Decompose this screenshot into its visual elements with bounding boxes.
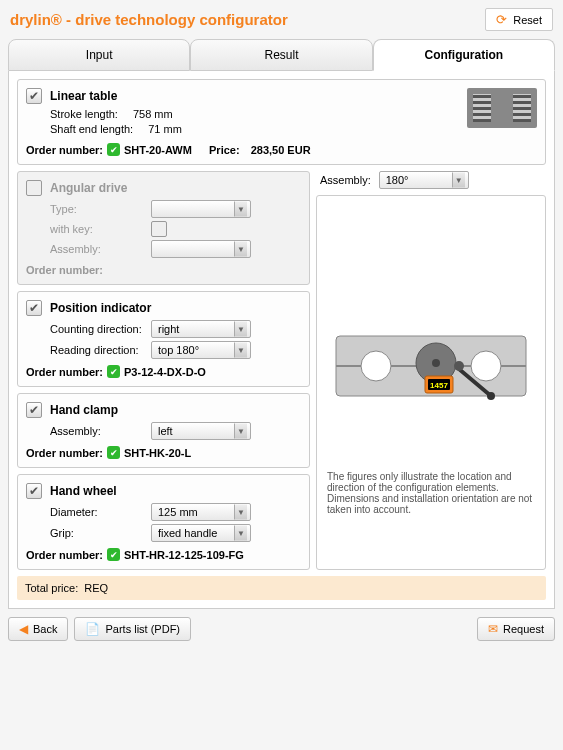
checkbox-position-indicator[interactable] [26,300,42,316]
total-label: Total price: [25,582,78,594]
type-label: Type: [50,203,145,215]
total-value: REQ [84,582,108,594]
shaft-value: 71 mm [148,123,182,135]
panel-angular-drive: Angular drive Type: with key: Assembly: … [17,171,310,285]
pdf-icon: 📄 [85,622,100,636]
select-diameter[interactable]: 125 mm [151,503,251,521]
parts-list-button[interactable]: 📄Parts list (PDF) [74,617,191,641]
select-angular-type[interactable] [151,200,251,218]
withkey-label: with key: [50,223,145,235]
panel-title: Angular drive [50,181,127,195]
page-title: drylin® - drive technology configurator [10,11,288,28]
price-label: Price: [209,144,240,156]
check-icon: ✔ [107,446,120,459]
select-handclamp-assembly[interactable]: left [151,422,251,440]
order-value: SHT-20-AWM [124,144,192,156]
diameter-label: Diameter: [50,506,145,518]
count-dir-label: Counting direction: [50,323,145,335]
order-label: Order number: [26,264,103,276]
order-value: P3-12-4-DX-D-O [124,366,206,378]
illustration-note: The figures only illustrate the location… [327,471,535,515]
order-label: Order number: [26,366,103,378]
tab-configuration[interactable]: Configuration [373,39,555,71]
read-dir-label: Reading direction: [50,344,145,356]
select-grip[interactable]: fixed handle [151,524,251,542]
grip-label: Grip: [50,527,145,539]
order-label: Order number: [26,549,103,561]
illustration-panel: 1457 The figures only illustrate the loc… [316,195,546,570]
order-label: Order number: [26,144,103,156]
svg-point-3 [471,351,501,381]
panel-hand-wheel: Hand wheel Diameter:125 mm Grip:fixed ha… [17,474,310,570]
checkbox-linear-table[interactable] [26,88,42,104]
total-price-bar: Total price: REQ [17,576,546,600]
stroke-label: Stroke length: [50,108,118,120]
panel-hand-clamp: Hand clamp Assembly:left Order number: ✔… [17,393,310,468]
stroke-value: 758 mm [133,108,173,120]
check-icon: ✔ [107,548,120,561]
panel-title: Position indicator [50,301,151,315]
check-icon: ✔ [107,365,120,378]
arrow-left-icon: ◀ [19,622,28,636]
svg-point-5 [432,359,440,367]
checkbox-hand-wheel[interactable] [26,483,42,499]
tab-input[interactable]: Input [8,39,190,71]
select-counting-direction[interactable]: right [151,320,251,338]
panel-title: Linear table [50,89,117,103]
svg-point-2 [361,351,391,381]
panel-position-indicator: Position indicator Counting direction:ri… [17,291,310,387]
assembly-label: Assembly: [50,243,145,255]
svg-point-9 [487,392,495,400]
counter-value: 1457 [430,381,448,390]
reset-button[interactable]: ⟳ Reset [485,8,553,31]
order-value: SHT-HR-12-125-109-FG [124,549,244,561]
check-icon: ✔ [107,143,120,156]
panel-title: Hand wheel [50,484,117,498]
panel-linear-table: Linear table Stroke length: 758 mm Shaft… [17,79,546,165]
price-value: 283,50 EUR [251,144,311,156]
checkbox-with-key [151,221,167,237]
mail-icon: ✉ [488,622,498,636]
select-assembly-right[interactable]: 180° [379,171,469,189]
request-button[interactable]: ✉Request [477,617,555,641]
panel-title: Hand clamp [50,403,118,417]
checkbox-hand-clamp[interactable] [26,402,42,418]
assembly-right-label: Assembly: [320,174,371,186]
back-button[interactable]: ◀Back [8,617,68,641]
order-label: Order number: [26,447,103,459]
assembly-label: Assembly: [50,425,145,437]
order-value: SHT-HK-20-L [124,447,191,459]
checkbox-angular-drive[interactable] [26,180,42,196]
tab-result[interactable]: Result [190,39,372,71]
select-angular-assembly[interactable] [151,240,251,258]
assembly-illustration: 1457 [331,311,531,421]
linear-table-image [467,88,537,128]
svg-point-10 [454,361,464,371]
reset-label: Reset [513,14,542,26]
shaft-label: Shaft end length: [50,123,133,135]
select-reading-direction[interactable]: top 180° [151,341,251,359]
refresh-icon: ⟳ [496,12,507,27]
